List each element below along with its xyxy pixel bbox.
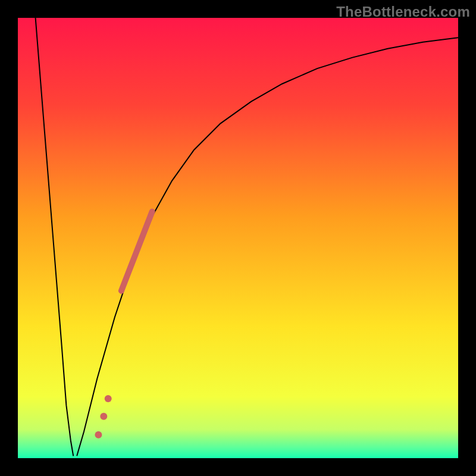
marker-marker-dots [100, 413, 107, 420]
marker-marker-dots [105, 395, 112, 402]
watermark-text: TheBottleneck.com [336, 4, 470, 20]
chart-svg [18, 18, 458, 458]
plot-area [18, 18, 458, 458]
marker-marker-dots [95, 431, 102, 439]
chart-frame: TheBottleneck.com [0, 0, 476, 476]
gradient-background [18, 18, 458, 458]
